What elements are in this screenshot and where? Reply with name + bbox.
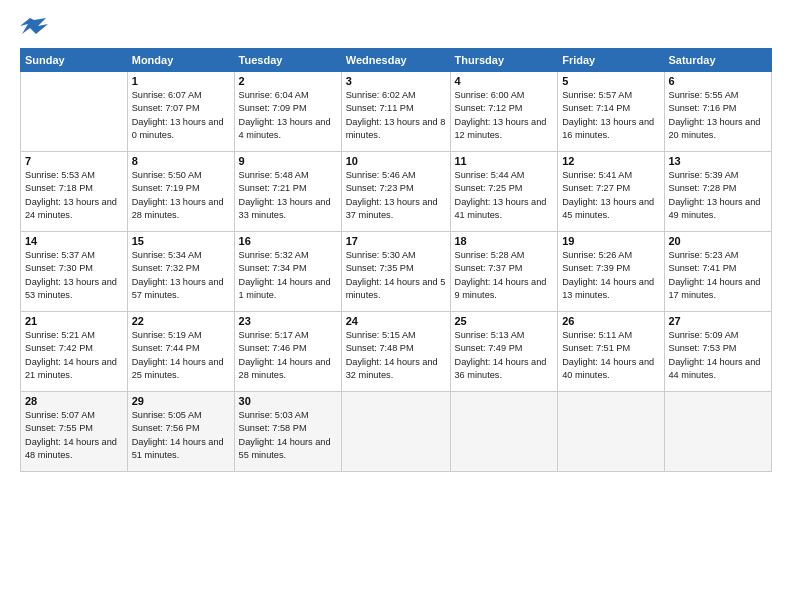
day-cell: 19Sunrise: 5:26 AMSunset: 7:39 PMDayligh… — [558, 232, 664, 312]
day-info: Sunrise: 5:50 AMSunset: 7:19 PMDaylight:… — [132, 169, 230, 222]
day-cell — [450, 392, 558, 472]
day-info: Sunrise: 5:21 AMSunset: 7:42 PMDaylight:… — [25, 329, 123, 382]
day-cell: 12Sunrise: 5:41 AMSunset: 7:27 PMDayligh… — [558, 152, 664, 232]
day-number: 30 — [239, 395, 337, 407]
day-cell: 14Sunrise: 5:37 AMSunset: 7:30 PMDayligh… — [21, 232, 128, 312]
day-info: Sunrise: 5:26 AMSunset: 7:39 PMDaylight:… — [562, 249, 659, 302]
day-info: Sunrise: 6:07 AMSunset: 7:07 PMDaylight:… — [132, 89, 230, 142]
day-number: 3 — [346, 75, 446, 87]
day-cell — [21, 72, 128, 152]
day-number: 9 — [239, 155, 337, 167]
day-cell: 5Sunrise: 5:57 AMSunset: 7:14 PMDaylight… — [558, 72, 664, 152]
day-cell: 22Sunrise: 5:19 AMSunset: 7:44 PMDayligh… — [127, 312, 234, 392]
day-info: Sunrise: 5:28 AMSunset: 7:37 PMDaylight:… — [455, 249, 554, 302]
day-number: 26 — [562, 315, 659, 327]
day-cell: 2Sunrise: 6:04 AMSunset: 7:09 PMDaylight… — [234, 72, 341, 152]
day-info: Sunrise: 5:44 AMSunset: 7:25 PMDaylight:… — [455, 169, 554, 222]
day-cell: 17Sunrise: 5:30 AMSunset: 7:35 PMDayligh… — [341, 232, 450, 312]
calendar-table: SundayMondayTuesdayWednesdayThursdayFrid… — [20, 48, 772, 472]
day-info: Sunrise: 6:02 AMSunset: 7:11 PMDaylight:… — [346, 89, 446, 142]
day-cell — [664, 392, 772, 472]
day-number: 11 — [455, 155, 554, 167]
day-number: 12 — [562, 155, 659, 167]
day-cell: 30Sunrise: 5:03 AMSunset: 7:58 PMDayligh… — [234, 392, 341, 472]
day-info: Sunrise: 5:32 AMSunset: 7:34 PMDaylight:… — [239, 249, 337, 302]
week-row-3: 21Sunrise: 5:21 AMSunset: 7:42 PMDayligh… — [21, 312, 772, 392]
day-number: 10 — [346, 155, 446, 167]
day-cell: 11Sunrise: 5:44 AMSunset: 7:25 PMDayligh… — [450, 152, 558, 232]
week-row-0: 1Sunrise: 6:07 AMSunset: 7:07 PMDaylight… — [21, 72, 772, 152]
day-cell: 25Sunrise: 5:13 AMSunset: 7:49 PMDayligh… — [450, 312, 558, 392]
day-cell: 24Sunrise: 5:15 AMSunset: 7:48 PMDayligh… — [341, 312, 450, 392]
day-info: Sunrise: 5:07 AMSunset: 7:55 PMDaylight:… — [25, 409, 123, 462]
day-info: Sunrise: 5:41 AMSunset: 7:27 PMDaylight:… — [562, 169, 659, 222]
day-cell: 4Sunrise: 6:00 AMSunset: 7:12 PMDaylight… — [450, 72, 558, 152]
day-cell — [558, 392, 664, 472]
day-info: Sunrise: 5:05 AMSunset: 7:56 PMDaylight:… — [132, 409, 230, 462]
day-info: Sunrise: 5:57 AMSunset: 7:14 PMDaylight:… — [562, 89, 659, 142]
day-cell: 27Sunrise: 5:09 AMSunset: 7:53 PMDayligh… — [664, 312, 772, 392]
day-info: Sunrise: 5:15 AMSunset: 7:48 PMDaylight:… — [346, 329, 446, 382]
day-number: 5 — [562, 75, 659, 87]
day-cell: 28Sunrise: 5:07 AMSunset: 7:55 PMDayligh… — [21, 392, 128, 472]
day-info: Sunrise: 5:11 AMSunset: 7:51 PMDaylight:… — [562, 329, 659, 382]
calendar-header-row: SundayMondayTuesdayWednesdayThursdayFrid… — [21, 49, 772, 72]
day-cell: 21Sunrise: 5:21 AMSunset: 7:42 PMDayligh… — [21, 312, 128, 392]
day-number: 14 — [25, 235, 123, 247]
day-info: Sunrise: 5:30 AMSunset: 7:35 PMDaylight:… — [346, 249, 446, 302]
day-cell: 1Sunrise: 6:07 AMSunset: 7:07 PMDaylight… — [127, 72, 234, 152]
day-number: 22 — [132, 315, 230, 327]
day-number: 18 — [455, 235, 554, 247]
day-info: Sunrise: 5:09 AMSunset: 7:53 PMDaylight:… — [669, 329, 768, 382]
day-cell: 10Sunrise: 5:46 AMSunset: 7:23 PMDayligh… — [341, 152, 450, 232]
day-header-saturday: Saturday — [664, 49, 772, 72]
day-header-wednesday: Wednesday — [341, 49, 450, 72]
day-number: 7 — [25, 155, 123, 167]
day-info: Sunrise: 5:19 AMSunset: 7:44 PMDaylight:… — [132, 329, 230, 382]
page: SundayMondayTuesdayWednesdayThursdayFrid… — [0, 0, 792, 612]
day-cell — [341, 392, 450, 472]
day-info: Sunrise: 5:37 AMSunset: 7:30 PMDaylight:… — [25, 249, 123, 302]
day-number: 19 — [562, 235, 659, 247]
day-cell: 15Sunrise: 5:34 AMSunset: 7:32 PMDayligh… — [127, 232, 234, 312]
week-row-1: 7Sunrise: 5:53 AMSunset: 7:18 PMDaylight… — [21, 152, 772, 232]
day-info: Sunrise: 6:00 AMSunset: 7:12 PMDaylight:… — [455, 89, 554, 142]
svg-marker-0 — [20, 18, 48, 34]
day-number: 27 — [669, 315, 768, 327]
day-info: Sunrise: 6:04 AMSunset: 7:09 PMDaylight:… — [239, 89, 337, 142]
logo — [20, 16, 52, 38]
day-cell: 16Sunrise: 5:32 AMSunset: 7:34 PMDayligh… — [234, 232, 341, 312]
day-number: 24 — [346, 315, 446, 327]
day-info: Sunrise: 5:17 AMSunset: 7:46 PMDaylight:… — [239, 329, 337, 382]
day-number: 28 — [25, 395, 123, 407]
day-number: 8 — [132, 155, 230, 167]
day-cell: 8Sunrise: 5:50 AMSunset: 7:19 PMDaylight… — [127, 152, 234, 232]
week-row-4: 28Sunrise: 5:07 AMSunset: 7:55 PMDayligh… — [21, 392, 772, 472]
day-info: Sunrise: 5:23 AMSunset: 7:41 PMDaylight:… — [669, 249, 768, 302]
day-cell: 23Sunrise: 5:17 AMSunset: 7:46 PMDayligh… — [234, 312, 341, 392]
day-info: Sunrise: 5:39 AMSunset: 7:28 PMDaylight:… — [669, 169, 768, 222]
day-number: 13 — [669, 155, 768, 167]
day-number: 20 — [669, 235, 768, 247]
day-number: 4 — [455, 75, 554, 87]
day-number: 25 — [455, 315, 554, 327]
day-number: 2 — [239, 75, 337, 87]
day-header-tuesday: Tuesday — [234, 49, 341, 72]
day-info: Sunrise: 5:53 AMSunset: 7:18 PMDaylight:… — [25, 169, 123, 222]
day-cell: 18Sunrise: 5:28 AMSunset: 7:37 PMDayligh… — [450, 232, 558, 312]
day-info: Sunrise: 5:46 AMSunset: 7:23 PMDaylight:… — [346, 169, 446, 222]
day-info: Sunrise: 5:48 AMSunset: 7:21 PMDaylight:… — [239, 169, 337, 222]
day-cell: 20Sunrise: 5:23 AMSunset: 7:41 PMDayligh… — [664, 232, 772, 312]
day-cell: 6Sunrise: 5:55 AMSunset: 7:16 PMDaylight… — [664, 72, 772, 152]
day-info: Sunrise: 5:55 AMSunset: 7:16 PMDaylight:… — [669, 89, 768, 142]
day-cell: 9Sunrise: 5:48 AMSunset: 7:21 PMDaylight… — [234, 152, 341, 232]
day-number: 1 — [132, 75, 230, 87]
day-cell: 7Sunrise: 5:53 AMSunset: 7:18 PMDaylight… — [21, 152, 128, 232]
day-number: 6 — [669, 75, 768, 87]
week-row-2: 14Sunrise: 5:37 AMSunset: 7:30 PMDayligh… — [21, 232, 772, 312]
day-header-monday: Monday — [127, 49, 234, 72]
day-info: Sunrise: 5:03 AMSunset: 7:58 PMDaylight:… — [239, 409, 337, 462]
day-number: 15 — [132, 235, 230, 247]
day-cell: 26Sunrise: 5:11 AMSunset: 7:51 PMDayligh… — [558, 312, 664, 392]
day-number: 21 — [25, 315, 123, 327]
